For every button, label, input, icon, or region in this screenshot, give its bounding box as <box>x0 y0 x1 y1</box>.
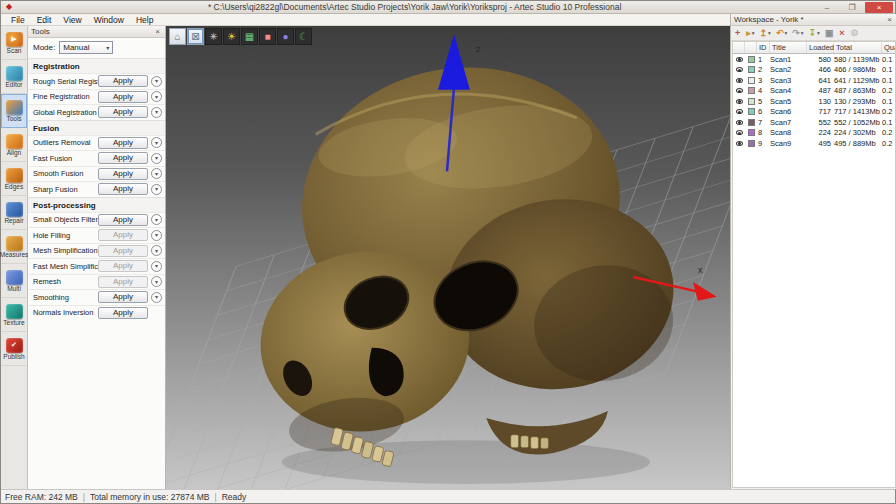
3d-scene[interactable]: z x <box>166 26 730 489</box>
chevron-down-icon[interactable]: ▾ <box>151 107 162 118</box>
fit-view-icon[interactable]: ⊠ <box>187 28 204 45</box>
sidebar-item[interactable]: Edges <box>1 162 27 196</box>
apply-button[interactable]: Apply <box>98 245 148 257</box>
table-row[interactable]: 2 Scan2 466 466 / 986Mb 0.1 <box>733 65 895 76</box>
redo-icon[interactable]: ↷ ▾ <box>790 27 805 40</box>
open-folder-icon[interactable]: ▸ ▾ <box>744 27 756 40</box>
sidebar-item[interactable]: Align <box>1 128 27 162</box>
close-icon[interactable]: × <box>885 15 894 24</box>
scan-color-swatch[interactable] <box>745 56 757 63</box>
scan-color-swatch[interactable] <box>745 66 757 73</box>
table-row[interactable]: 9 Scan9 495 495 / 889Mb 0.2 <box>733 138 895 149</box>
chevron-down-icon[interactable]: ▾ <box>151 292 162 303</box>
visibility-eye-icon[interactable] <box>733 130 745 135</box>
chevron-down-icon[interactable]: ▾ <box>151 261 162 272</box>
apply-button[interactable]: Apply <box>98 260 148 272</box>
wireframe-cube-icon[interactable]: ▦ <box>241 28 258 45</box>
sidebar-item[interactable]: ▶ Scan <box>1 26 27 60</box>
visibility-eye-icon[interactable] <box>733 141 745 146</box>
apply-button[interactable]: Apply <box>98 307 148 319</box>
delete-icon[interactable]: × <box>837 27 847 40</box>
menu-item[interactable]: File <box>5 15 31 25</box>
menu-item[interactable]: Help <box>130 15 159 25</box>
close-icon[interactable]: × <box>153 27 162 36</box>
chevron-down-icon[interactable]: ▾ <box>151 245 162 256</box>
chevron-down-icon[interactable]: ▾ <box>151 137 162 148</box>
apply-button[interactable]: Apply <box>98 106 148 118</box>
shaded-sphere-icon[interactable]: ☾ <box>295 28 312 45</box>
smooth-sphere-icon[interactable]: ● <box>277 28 294 45</box>
header-total[interactable]: Total <box>834 42 882 53</box>
close-button[interactable]: × <box>865 2 893 13</box>
menu-item[interactable]: Window <box>88 15 130 25</box>
visibility-eye-icon[interactable] <box>733 120 745 125</box>
minimize-button[interactable]: – <box>815 2 839 13</box>
scan-color-swatch[interactable] <box>745 119 757 126</box>
scan-color-swatch[interactable] <box>745 87 757 94</box>
home-view-icon[interactable]: ⌂ <box>169 28 186 45</box>
header-id[interactable]: ID <box>757 42 770 53</box>
mode-dropdown[interactable]: Manual ▾ <box>59 41 113 54</box>
sidebar-item[interactable]: Tools <box>1 94 27 128</box>
settings-gear-icon[interactable]: ⚙ <box>849 27 862 40</box>
apply-button[interactable]: Apply <box>98 276 148 288</box>
apply-button[interactable]: Apply <box>98 91 148 103</box>
scan-color-swatch[interactable] <box>745 108 757 115</box>
chevron-down-icon[interactable]: ▾ <box>151 168 162 179</box>
chevron-down-icon[interactable]: ▾ <box>151 76 162 87</box>
table-row[interactable]: 4 Scan4 487 487 / 863Mb 0.2 <box>733 86 895 97</box>
add-scan-icon[interactable]: + <box>733 27 743 40</box>
restore-button[interactable]: ❐ <box>840 2 864 13</box>
chevron-down-icon[interactable]: ▾ <box>151 91 162 102</box>
header-loaded[interactable]: Loaded <box>807 42 834 53</box>
scan-color-swatch[interactable] <box>745 98 757 105</box>
menu-item[interactable]: Edit <box>31 15 58 25</box>
skull-3d-model[interactable] <box>225 42 694 489</box>
chevron-down-icon[interactable]: ▾ <box>151 184 162 195</box>
sidebar-item[interactable]: Texture <box>1 298 27 332</box>
apply-button[interactable]: Apply <box>98 75 148 87</box>
apply-button[interactable]: Apply <box>98 183 148 195</box>
copy-icon[interactable]: ▣ <box>823 27 837 40</box>
table-row[interactable]: 7 Scan7 552 552 / 1052Mb 0.1 <box>733 117 895 128</box>
table-row[interactable]: 5 Scan5 130 130 / 293Mb 0.1 <box>733 96 895 107</box>
apply-button[interactable]: Apply <box>98 137 148 149</box>
chevron-down-icon[interactable]: ▾ <box>151 230 162 241</box>
import-icon[interactable]: ↥ ▾ <box>758 27 773 40</box>
apply-button[interactable]: Apply <box>98 229 148 241</box>
sidebar-item[interactable]: Measures <box>1 230 27 264</box>
axes-triad-icon[interactable]: ✳ <box>205 28 222 45</box>
visibility-eye-icon[interactable] <box>733 109 745 114</box>
visibility-eye-icon[interactable] <box>733 99 745 104</box>
scan-color-swatch[interactable] <box>745 140 757 147</box>
sidebar-item[interactable]: Repair <box>1 196 27 230</box>
visibility-eye-icon[interactable] <box>733 67 745 72</box>
sidebar-item[interactable]: ✔ Publish <box>1 332 27 366</box>
chevron-down-icon[interactable]: ▾ <box>151 276 162 287</box>
table-row[interactable]: 6 Scan6 717 717 / 1413Mb 0.2 <box>733 107 895 118</box>
apply-button[interactable]: Apply <box>98 214 148 226</box>
lightbulb-icon[interactable]: ☀ <box>223 28 240 45</box>
header-title[interactable]: Title <box>770 42 807 53</box>
apply-button[interactable]: Apply <box>98 168 148 180</box>
scan-color-swatch[interactable] <box>745 77 757 84</box>
sidebar-item[interactable]: Editor <box>1 60 27 94</box>
solid-cube-icon[interactable]: ■ <box>259 28 276 45</box>
export-icon[interactable]: ↧ ▾ <box>807 27 822 40</box>
undo-icon[interactable]: ↶ ▾ <box>774 27 789 40</box>
chevron-down-icon[interactable]: ▾ <box>151 214 162 225</box>
visibility-eye-icon[interactable] <box>733 78 745 83</box>
apply-button[interactable]: Apply <box>98 152 148 164</box>
header-quality[interactable]: Quality <box>882 42 896 53</box>
chevron-down-icon[interactable]: ▾ <box>151 153 162 164</box>
table-row[interactable]: 1 Scan1 580 580 / 1139Mb 0.1 <box>733 54 895 65</box>
scan-color-swatch[interactable] <box>745 129 757 136</box>
apply-button[interactable]: Apply <box>98 291 148 303</box>
table-row[interactable]: 3 Scan3 641 641 / 1129Mb 0.1 <box>733 75 895 86</box>
sidebar-item[interactable]: Multi <box>1 264 27 298</box>
table-row[interactable]: 8 Scan8 224 224 / 302Mb 0.2 <box>733 128 895 139</box>
menu-item[interactable]: View <box>57 15 87 25</box>
visibility-eye-icon[interactable] <box>733 57 745 62</box>
3d-viewport[interactable]: ⌂ ⊠ ✳ ☀ <box>166 26 730 489</box>
visibility-eye-icon[interactable] <box>733 88 745 93</box>
